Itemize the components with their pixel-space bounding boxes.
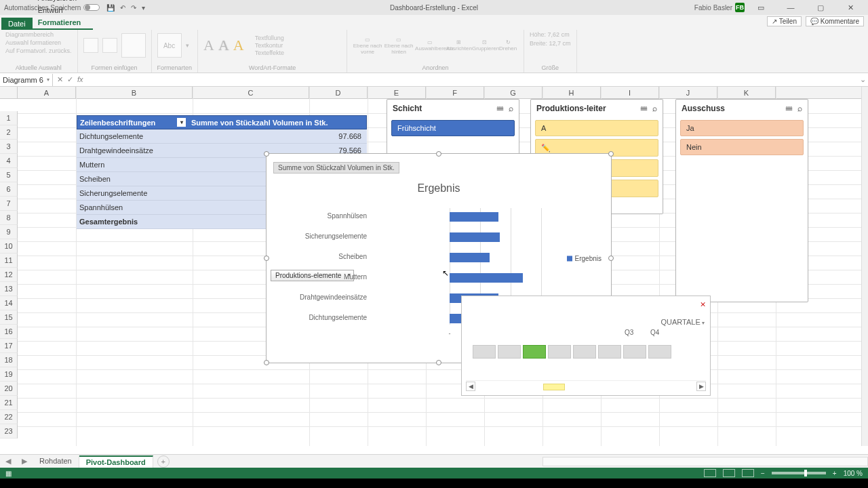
row-header[interactable]: 10 bbox=[0, 239, 18, 253]
formula-bar: Diagramm 6▾ ✕ ✓ fx ⌄ bbox=[0, 73, 868, 87]
clear-filter-icon[interactable]: ⌕ bbox=[797, 104, 802, 113]
sheet-nav-prev[interactable]: ◀ bbox=[0, 457, 16, 466]
timeline-scroll-thumb[interactable] bbox=[479, 384, 692, 389]
document-title: Dashboard-Erstellung - Excel bbox=[390, 4, 478, 12]
view-normal-icon[interactable] bbox=[704, 469, 716, 477]
multiselect-icon[interactable]: ⩸ bbox=[640, 104, 648, 113]
row-header[interactable]: 11 bbox=[0, 253, 18, 268]
row-header[interactable]: 16 bbox=[0, 325, 18, 339]
row-header[interactable]: 4 bbox=[0, 154, 18, 168]
chart-category-label: Sicherungselemente bbox=[272, 232, 367, 240]
row-header[interactable]: 12 bbox=[0, 268, 18, 282]
chart-bar bbox=[450, 212, 498, 222]
view-pagelayout-icon[interactable] bbox=[723, 469, 735, 477]
row-header[interactable]: 1 bbox=[0, 111, 18, 125]
timeline-segment[interactable] bbox=[623, 345, 646, 359]
horizontal-scrollbar[interactable] bbox=[542, 457, 868, 466]
row-header[interactable]: 23 bbox=[0, 424, 18, 439]
status-ready: ▦ bbox=[5, 470, 12, 477]
multiselect-icon[interactable]: ⩸ bbox=[785, 104, 793, 113]
slicer-option[interactable]: A bbox=[535, 120, 658, 136]
chart-category-label: Drahtgewindeeinsätze bbox=[272, 293, 367, 301]
comments-button[interactable]: 💬 Kommentare bbox=[806, 16, 864, 26]
row-header[interactable]: 20 bbox=[0, 382, 18, 396]
timeline-segment[interactable] bbox=[473, 345, 496, 359]
pivot-data-row[interactable]: Dichtungselemente97.668 bbox=[77, 129, 367, 144]
timeline-slicer[interactable]: ⨯ QUARTALE Q3 Q4 ◀ ▶ bbox=[461, 296, 711, 396]
timeline-segment[interactable] bbox=[523, 345, 546, 359]
accept-formula-icon[interactable]: ✓ bbox=[67, 75, 73, 84]
row-header[interactable]: 15 bbox=[0, 310, 18, 325]
ribbon-display-icon[interactable]: ▭ bbox=[747, 0, 774, 15]
redo-icon[interactable]: ↷ bbox=[131, 4, 136, 12]
fx-icon[interactable]: fx bbox=[77, 75, 83, 84]
chart-category-label: Spannhülsen bbox=[272, 212, 367, 220]
undo-icon[interactable]: ↶ bbox=[120, 4, 125, 12]
chart-field-tag[interactable]: Summe von Stückzahl Volumen in Stk. bbox=[273, 162, 399, 174]
expand-formula-bar-icon[interactable]: ⌄ bbox=[857, 75, 868, 84]
add-sheet-button[interactable]: + bbox=[157, 455, 170, 468]
row-header[interactable]: 3 bbox=[0, 140, 18, 154]
vertical-scrollbar[interactable] bbox=[861, 87, 868, 446]
timeline-clear-icon[interactable]: ⨯ bbox=[700, 300, 706, 309]
name-box[interactable]: Diagramm 6▾ bbox=[0, 74, 53, 86]
row-header[interactable]: 9 bbox=[0, 225, 18, 239]
clear-filter-icon[interactable]: ⌕ bbox=[652, 104, 657, 113]
chart-category-label: Muttern bbox=[272, 273, 367, 281]
view-pagebreak-icon[interactable] bbox=[742, 469, 754, 477]
sheet-tab[interactable]: Pivot-Dashboard bbox=[79, 455, 153, 468]
sheet-nav-next[interactable]: ▶ bbox=[16, 457, 33, 466]
close-button[interactable]: ✕ bbox=[837, 0, 864, 15]
minimize-button[interactable]: — bbox=[777, 0, 804, 15]
zoom-level[interactable]: 100 % bbox=[844, 470, 863, 477]
cancel-formula-icon[interactable]: ✕ bbox=[57, 75, 63, 84]
row-header[interactable]: 5 bbox=[0, 168, 18, 182]
row-header[interactable]: 18 bbox=[0, 353, 18, 367]
slicer-option[interactable]: Frühschicht bbox=[391, 120, 515, 136]
timeline-segment[interactable] bbox=[498, 345, 521, 359]
file-tab[interactable]: Datei bbox=[1, 18, 33, 30]
sheet-tab-bar: ◀ ▶ RohdatenPivot-Dashboard + bbox=[0, 454, 868, 468]
row-header[interactable]: 14 bbox=[0, 296, 18, 310]
row-header[interactable]: 6 bbox=[0, 182, 18, 197]
select-all-corner[interactable] bbox=[0, 87, 18, 98]
row-header[interactable]: 19 bbox=[0, 367, 18, 382]
row-header[interactable]: 8 bbox=[0, 211, 18, 225]
zoom-slider[interactable] bbox=[772, 472, 826, 474]
row-header[interactable]: 2 bbox=[0, 125, 18, 140]
timeline-scroll-right[interactable]: ▶ bbox=[696, 382, 706, 391]
row-header[interactable]: 13 bbox=[0, 282, 18, 296]
status-bar: ▦ − + 100 % bbox=[0, 468, 868, 479]
row-header[interactable]: 21 bbox=[0, 396, 18, 410]
timeline-segment[interactable] bbox=[648, 345, 671, 359]
row-header[interactable]: 17 bbox=[0, 339, 18, 353]
slicer-schicht[interactable]: Schicht ⩸⌕ Frühschicht bbox=[387, 99, 519, 156]
user-avatar[interactable]: FB bbox=[735, 3, 745, 12]
share-button[interactable]: ↗ Teilen bbox=[767, 16, 802, 26]
ribbon-tab[interactable]: Formatieren bbox=[33, 16, 93, 30]
timeline-scale-dropdown[interactable]: QUARTALE bbox=[660, 318, 705, 326]
zoom-out-button[interactable]: − bbox=[761, 470, 765, 477]
qat-customize-icon[interactable]: ▾ bbox=[142, 4, 145, 12]
save-icon[interactable]: 💾 bbox=[106, 4, 115, 12]
timeline-segment[interactable] bbox=[598, 345, 621, 359]
multiselect-icon[interactable]: ⩸ bbox=[496, 104, 505, 113]
sheet-tab[interactable]: Rohdaten bbox=[33, 455, 79, 468]
row-header[interactable]: 22 bbox=[0, 410, 18, 424]
slicer-ausschuss[interactable]: Ausschuss ⩸⌕ Ja Nein bbox=[675, 99, 808, 302]
slicer-option[interactable]: Ja bbox=[680, 120, 804, 136]
timeline-segment[interactable] bbox=[548, 345, 571, 359]
chart-category-label: Dichtungselemente bbox=[272, 314, 367, 321]
chart-bar bbox=[450, 232, 500, 242]
row-header[interactable]: 7 bbox=[0, 197, 18, 211]
timeline-segment[interactable] bbox=[573, 345, 596, 359]
maximize-button[interactable]: ▢ bbox=[807, 0, 834, 15]
ribbon-tab[interactable]: Entwurf bbox=[33, 4, 93, 16]
slicer-option[interactable]: Nein bbox=[680, 139, 804, 155]
user-name: Fabio Basler bbox=[694, 4, 732, 12]
zoom-in-button[interactable]: + bbox=[833, 470, 837, 477]
spreadsheet-grid[interactable]: ABCDEFGHIJK 1234567891011121314151617181… bbox=[0, 87, 868, 446]
pivot-row-filter-icon[interactable]: ▾ bbox=[177, 118, 186, 127]
timeline-scroll-left[interactable]: ◀ bbox=[466, 382, 475, 391]
clear-filter-icon[interactable]: ⌕ bbox=[509, 104, 513, 113]
